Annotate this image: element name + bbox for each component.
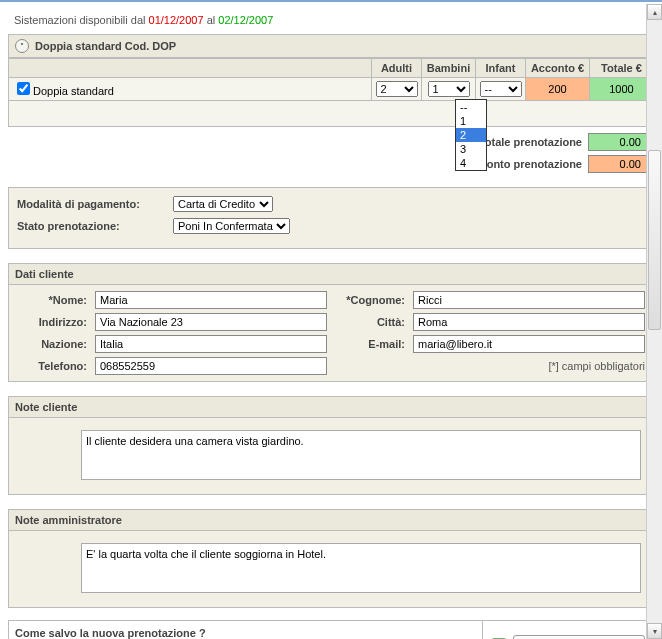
room-table: Adulti Bambini Infant Acconto € Totale €… (8, 58, 654, 127)
collapse-icon[interactable]: ˅ (15, 39, 29, 53)
col-deposit: Acconto € (526, 59, 590, 78)
col-children: Bambini (422, 59, 476, 78)
cognome-field[interactable] (413, 291, 645, 309)
children-dropdown-open[interactable]: -- 1 2 3 4 (455, 99, 487, 171)
nazione-label: Nazione: (13, 333, 91, 355)
room-checkbox[interactable] (17, 82, 30, 95)
room-section-header: ˅ Doppia standard Cod. DOP (8, 34, 654, 58)
total-cell: 1000 (590, 78, 654, 101)
infant-select[interactable]: -- (480, 81, 522, 97)
date-from: 01/12/2007 (149, 14, 204, 26)
scroll-down-icon[interactable]: ▾ (647, 623, 662, 639)
email-field[interactable] (413, 335, 645, 353)
deposit-booking-value: 0.00 (588, 155, 648, 173)
client-header: Dati cliente (9, 264, 653, 285)
col-total: Totale € (590, 59, 654, 78)
indirizzo-label: Indirizzo: (13, 311, 91, 333)
save-question: Come salvo la nuova prenotazione ? (15, 627, 476, 639)
scroll-thumb[interactable] (648, 150, 661, 330)
client-panel: Dati cliente *Nome: *Cognome: Indirizzo:… (8, 263, 654, 382)
nome-label: *Nome: (13, 289, 91, 311)
save-button[interactable]: Salva prenotazione (513, 635, 645, 639)
status-label: Stato prenotazione: (17, 220, 167, 232)
vertical-scrollbar[interactable]: ▴ ▾ (646, 4, 662, 639)
notes-admin-header: Note amministratore (9, 510, 653, 531)
status-select[interactable]: Poni In Confermata (173, 218, 290, 234)
total-booking-value: 0.00 (588, 133, 648, 151)
children-select[interactable]: 1 (428, 81, 470, 97)
payment-label: Modalità di pagamento: (17, 198, 167, 210)
payment-panel: Modalità di pagamento: Carta di Credito … (8, 187, 654, 249)
save-row: Come salvo la nuova prenotazione ? 2° St… (8, 620, 654, 639)
room-title: Doppia standard Cod. DOP (35, 40, 176, 52)
payment-select[interactable]: Carta di Credito (173, 196, 273, 212)
notes-client-textarea[interactable] (81, 430, 641, 480)
col-infant: Infant (476, 59, 526, 78)
room-name: Doppia standard (33, 85, 114, 97)
scroll-up-icon[interactable]: ▴ (647, 4, 662, 20)
deposit-cell: 200 (526, 78, 590, 101)
adults-select[interactable]: 2 (376, 81, 418, 97)
col-adults: Adulti (372, 59, 422, 78)
notes-client-header: Note cliente (9, 397, 653, 418)
email-label: E-mail: (331, 333, 409, 355)
mandatory-note: [*] campi obbligatori (331, 355, 649, 377)
citta-label: Città: (331, 311, 409, 333)
notes-admin-textarea[interactable] (81, 543, 641, 593)
telefono-label: Telefono: (13, 355, 91, 377)
notes-admin-panel: Note amministratore (8, 509, 654, 608)
citta-field[interactable] (413, 313, 645, 331)
total-booking-label: Totale prenotazione (479, 136, 582, 148)
date-to: 02/12/2007 (218, 14, 273, 26)
cognome-label: *Cognome: (331, 289, 409, 311)
availability-line: Sistemazioni disponibili dal 01/12/2007 … (8, 12, 654, 34)
nazione-field[interactable] (95, 335, 327, 353)
notes-client-panel: Note cliente (8, 396, 654, 495)
indirizzo-field[interactable] (95, 313, 327, 331)
telefono-field[interactable] (95, 357, 327, 375)
nome-field[interactable] (95, 291, 327, 309)
